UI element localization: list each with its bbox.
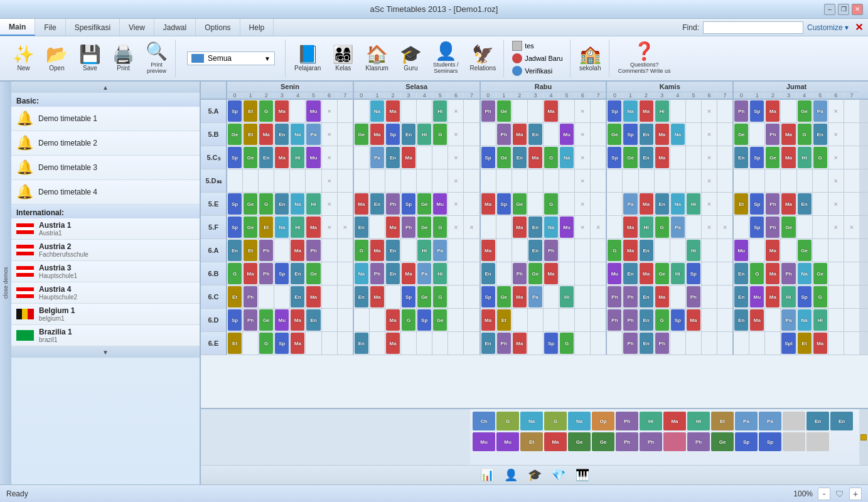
table-cell[interactable]	[591, 309, 606, 331]
table-cell[interactable]: ×	[828, 146, 844, 169]
table-cell[interactable]: Sp	[749, 146, 765, 169]
table-cell[interactable]: En	[734, 286, 749, 308]
table-cell[interactable]: Pa	[306, 123, 321, 146]
table-cell[interactable]: Ph	[765, 123, 781, 146]
table-cell[interactable]: ×	[448, 100, 464, 122]
cell-block[interactable]: G	[608, 240, 621, 261]
minimize-button[interactable]: –	[824, 4, 835, 15]
cell-block[interactable]: Mu	[560, 124, 574, 145]
table-cell[interactable]: Spl	[781, 332, 796, 355]
table-cell[interactable]: G	[813, 286, 828, 308]
table-cell[interactable]	[290, 169, 306, 192]
table-cell[interactable]: Hi	[655, 100, 670, 122]
table-cell[interactable]	[813, 216, 828, 238]
table-cell[interactable]: Ma	[370, 239, 385, 262]
cell-block[interactable]: Ma	[513, 216, 527, 238]
cell-block[interactable]: Ma	[655, 147, 669, 168]
cell-block[interactable]: En	[640, 286, 653, 307]
cell-block[interactable]: Et	[228, 286, 242, 307]
table-cell[interactable]	[274, 239, 290, 262]
table-cell[interactable]: ×	[844, 216, 859, 238]
cell-block[interactable]: Pa	[433, 240, 447, 261]
cell-block[interactable]: Sp	[798, 286, 812, 307]
cell-block[interactable]: En	[734, 286, 748, 307]
table-cell[interactable]: Na	[544, 216, 559, 238]
cell-block[interactable]: G	[228, 263, 242, 284]
cell-block[interactable]: Na	[671, 193, 685, 215]
table-cell[interactable]	[512, 239, 528, 262]
table-cell[interactable]	[338, 146, 353, 169]
cell-block[interactable]: Ph	[306, 240, 320, 261]
table-cell[interactable]	[306, 169, 321, 192]
table-cell[interactable]	[338, 123, 353, 146]
cell-block[interactable]: Na	[370, 100, 384, 122]
table-cell[interactable]	[354, 309, 370, 331]
table-cell[interactable]: En	[290, 262, 306, 285]
table-cell[interactable]: Ph	[544, 239, 559, 262]
table-cell[interactable]: Et	[227, 332, 243, 355]
table-cell[interactable]: Ge	[528, 262, 544, 285]
cell-block[interactable]: Hi	[560, 286, 574, 307]
cell-block[interactable]: En	[386, 263, 400, 284]
table-cell[interactable]: Sp	[749, 193, 765, 215]
table-cell[interactable]	[607, 332, 623, 355]
cell-block[interactable]: Mu	[306, 100, 320, 122]
cell-block[interactable]: Ma	[781, 193, 795, 215]
cell-block[interactable]: En	[734, 147, 748, 168]
table-cell[interactable]: ×	[828, 216, 844, 238]
table-cell[interactable]: Ma	[765, 239, 781, 262]
cell-block[interactable]: En	[640, 309, 653, 331]
table-cell[interactable]	[828, 286, 844, 308]
cell-block[interactable]: Sp	[608, 147, 621, 168]
cell-block[interactable]: G	[544, 193, 558, 215]
cell-block[interactable]: Ge	[417, 216, 431, 238]
table-cell[interactable]: Pa	[370, 146, 385, 169]
cell-block[interactable]: Na	[544, 216, 558, 238]
cell-block[interactable]: Ge	[608, 124, 621, 145]
cell-block[interactable]: Ma	[623, 216, 637, 238]
table-cell[interactable]: Ma	[481, 193, 496, 215]
table-cell[interactable]: En	[512, 146, 528, 169]
table-cell[interactable]: Ma	[544, 100, 559, 122]
table-cell[interactable]	[401, 169, 417, 192]
table-cell[interactable]: Sp	[417, 309, 432, 331]
table-cell[interactable]: Pa	[623, 193, 638, 215]
table-cell[interactable]: Ma	[781, 123, 796, 146]
table-cell[interactable]: Sp	[401, 286, 417, 308]
table-cell[interactable]: Ma	[655, 123, 670, 146]
cell-block[interactable]: En	[481, 333, 495, 354]
table-cell[interactable]: Ph	[401, 216, 417, 238]
cell-block[interactable]: Sp	[275, 263, 289, 284]
cell-block[interactable]: Ge	[497, 286, 511, 307]
cell-block[interactable]: Sp	[481, 147, 495, 168]
zoom-out-button[interactable]: -	[818, 488, 830, 500]
table-cell[interactable]: Ge	[781, 216, 796, 238]
table-cell[interactable]	[591, 123, 606, 146]
table-cell[interactable]: Ma	[481, 239, 496, 262]
table-cell[interactable]: Ph	[259, 239, 274, 262]
mini-block[interactable]: Ch	[473, 412, 495, 430]
table-cell[interactable]	[813, 239, 828, 262]
cell-block[interactable]: Na	[291, 124, 304, 145]
table-cell[interactable]	[591, 332, 606, 355]
table-cell[interactable]: G	[432, 286, 448, 308]
table-cell[interactable]: Sp	[544, 332, 559, 355]
sidebar-scroll-up[interactable]: ▲	[11, 82, 200, 93]
table-cell[interactable]	[544, 123, 559, 146]
table-cell[interactable]: ×	[575, 169, 591, 192]
table-cell[interactable]: G	[432, 123, 448, 146]
table-cell[interactable]: Ma	[528, 146, 544, 169]
table-cell[interactable]: ×	[322, 146, 338, 169]
intl-item-brazil1[interactable]: Brazilia 1 brazil1	[11, 325, 200, 346]
cell-block[interactable]: Sp	[417, 309, 431, 331]
table-cell[interactable]: Ma	[781, 146, 796, 169]
menu-tab-jadwal[interactable]: Jadwal	[154, 19, 196, 36]
table-cell[interactable]: Sp	[481, 146, 496, 169]
cell-block[interactable]: Sp	[481, 286, 495, 307]
table-cell[interactable]	[259, 169, 274, 192]
cell-block[interactable]: Ma	[544, 263, 558, 284]
table-cell[interactable]	[749, 332, 765, 355]
table-cell[interactable]: Ma	[481, 309, 496, 331]
table-cell[interactable]: Hi	[670, 262, 686, 285]
table-cell[interactable]: Sp	[227, 309, 243, 331]
